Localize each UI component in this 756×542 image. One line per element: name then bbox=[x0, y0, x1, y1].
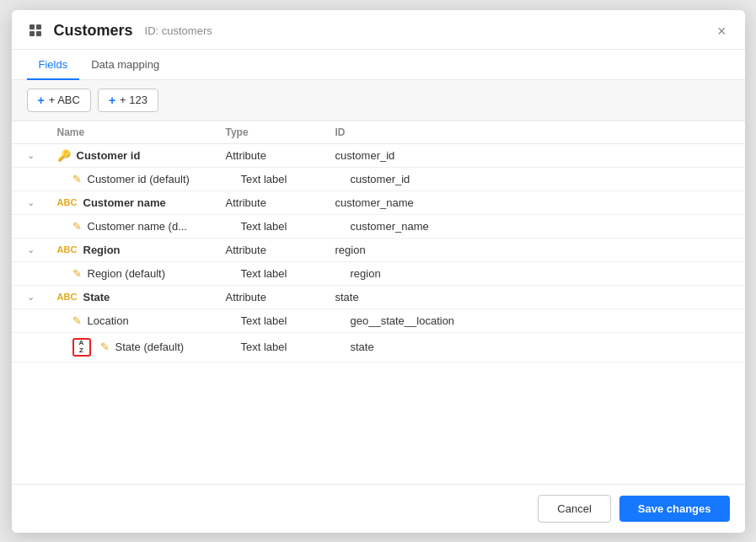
child-name: Region (default) bbox=[88, 267, 166, 280]
child-type: Text label bbox=[241, 267, 351, 280]
edit-icon: ✎ bbox=[72, 314, 82, 327]
group-region: ⌄ ABC Region Attribute region ✎ Region (… bbox=[12, 239, 745, 286]
chevron-down-icon[interactable]: ⌄ bbox=[27, 244, 57, 255]
cancel-button[interactable]: Cancel bbox=[538, 495, 610, 523]
child-type: Text label bbox=[241, 314, 351, 327]
parent-id: region bbox=[335, 244, 730, 256]
add-number-label: + 123 bbox=[120, 94, 147, 106]
modal-subtitle: ID: customers bbox=[145, 24, 212, 37]
parent-name: Customer id bbox=[77, 149, 141, 162]
parent-type: Attribute bbox=[226, 291, 335, 303]
col-header-name: Name bbox=[57, 126, 226, 138]
modal-title: Customers bbox=[54, 22, 133, 40]
child-type: Text label bbox=[241, 173, 351, 185]
table-row: ⌄ 🔑 Customer id Attribute customer_id bbox=[12, 144, 745, 168]
group-state: ⌄ ABC State Attribute state ✎ Location T… bbox=[12, 286, 745, 362]
close-button[interactable]: × bbox=[712, 22, 732, 40]
child-type: Text label bbox=[241, 220, 351, 233]
table-row: A Z ✎ State (default) Text label state bbox=[12, 333, 745, 362]
child-type: Text label bbox=[241, 341, 351, 353]
child-name: Customer id (default) bbox=[88, 173, 190, 185]
svg-rect-0 bbox=[29, 24, 35, 30]
table-header-row: Name Type ID bbox=[12, 121, 745, 144]
table-row: ⌄ ABC Customer name Attribute customer_n… bbox=[12, 191, 745, 215]
child-id: customer_name bbox=[351, 220, 730, 233]
chevron-down-icon[interactable]: ⌄ bbox=[27, 197, 57, 208]
tab-fields[interactable]: Fields bbox=[27, 50, 80, 80]
chevron-down-icon[interactable]: ⌄ bbox=[27, 150, 57, 161]
child-name: State (default) bbox=[115, 341, 185, 353]
parent-type: Attribute bbox=[226, 196, 335, 209]
parent-type: Attribute bbox=[226, 149, 335, 162]
table-row: ✎ Location Text label geo__state__locati… bbox=[12, 309, 745, 333]
table-row: ⌄ ABC State Attribute state bbox=[12, 286, 745, 309]
toolbar: + + ABC + + 123 bbox=[12, 80, 745, 121]
svg-rect-2 bbox=[29, 31, 35, 36]
child-id: region bbox=[351, 267, 730, 280]
modal-header: Customers ID: customers × bbox=[12, 10, 745, 50]
table-row: ⌄ ABC Region Attribute region bbox=[12, 239, 745, 262]
col-header-id: ID bbox=[335, 126, 730, 138]
modal-footer: Cancel Save changes bbox=[12, 484, 745, 533]
table-row: ✎ Region (default) Text label region bbox=[12, 262, 745, 286]
add-number-button[interactable]: + + 123 bbox=[98, 89, 158, 112]
edit-icon: ✎ bbox=[100, 341, 110, 353]
abc-icon: ABC bbox=[57, 197, 78, 207]
modal: Customers ID: customers × Fields Data ma… bbox=[12, 10, 745, 533]
parent-id: state bbox=[335, 291, 730, 303]
sort-icon: A Z bbox=[72, 338, 91, 357]
abc-icon: ABC bbox=[57, 292, 78, 302]
svg-rect-1 bbox=[36, 24, 41, 30]
parent-name: Customer name bbox=[83, 196, 166, 209]
tab-data-mapping[interactable]: Data mapping bbox=[79, 50, 171, 80]
save-button[interactable]: Save changes bbox=[619, 496, 730, 522]
tabs-bar: Fields Data mapping bbox=[12, 50, 745, 80]
col-header-type: Type bbox=[226, 126, 335, 138]
parent-id: customer_id bbox=[335, 149, 730, 162]
child-name: Customer name (d... bbox=[88, 220, 188, 233]
parent-name: State bbox=[83, 291, 110, 303]
child-id: customer_id bbox=[351, 173, 730, 185]
table-row: ✎ Customer id (default) Text label custo… bbox=[12, 168, 745, 191]
child-name: Location bbox=[88, 314, 129, 327]
edit-icon: ✎ bbox=[72, 220, 82, 233]
child-id: state bbox=[351, 341, 730, 353]
chevron-down-icon[interactable]: ⌄ bbox=[27, 292, 57, 303]
parent-id: customer_name bbox=[335, 196, 730, 209]
key-icon: 🔑 bbox=[57, 149, 71, 162]
abc-icon: ABC bbox=[57, 244, 78, 255]
add-text-label: + ABC bbox=[49, 94, 80, 106]
parent-name: Region bbox=[83, 244, 121, 256]
svg-rect-3 bbox=[36, 31, 41, 36]
group-customer-id: ⌄ 🔑 Customer id Attribute customer_id ✎ … bbox=[12, 144, 745, 191]
add-text-button[interactable]: + + ABC bbox=[27, 89, 91, 112]
plus-123-icon: + bbox=[109, 94, 115, 107]
grid-icon bbox=[27, 22, 46, 40]
parent-type: Attribute bbox=[226, 244, 335, 256]
group-customer-name: ⌄ ABC Customer name Attribute customer_n… bbox=[12, 191, 745, 239]
col-header-expand bbox=[27, 126, 57, 138]
edit-icon: ✎ bbox=[72, 267, 82, 280]
table-row: ✎ Customer name (d... Text label custome… bbox=[12, 215, 745, 239]
edit-icon: ✎ bbox=[72, 173, 82, 185]
child-id: geo__state__location bbox=[351, 314, 730, 327]
fields-table: Name Type ID ⌄ 🔑 Customer id Attribute c… bbox=[12, 121, 745, 484]
plus-abc-icon: + bbox=[38, 94, 45, 107]
